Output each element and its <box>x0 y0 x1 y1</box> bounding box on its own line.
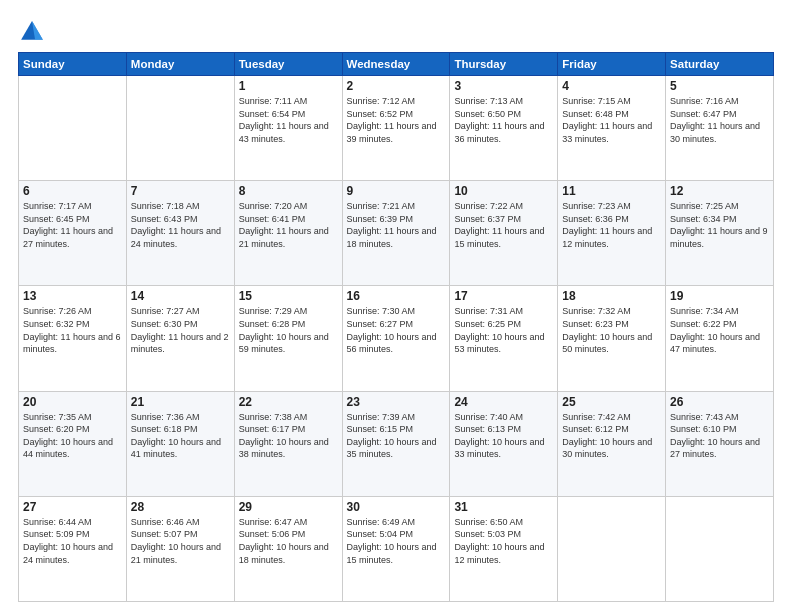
day-cell: 28Sunrise: 6:46 AMSunset: 5:07 PMDayligh… <box>126 496 234 601</box>
day-number: 23 <box>347 395 446 409</box>
week-row-2: 6Sunrise: 7:17 AMSunset: 6:45 PMDaylight… <box>19 181 774 286</box>
week-row-5: 27Sunrise: 6:44 AMSunset: 5:09 PMDayligh… <box>19 496 774 601</box>
page: SundayMondayTuesdayWednesdayThursdayFrid… <box>0 0 792 612</box>
day-cell: 26Sunrise: 7:43 AMSunset: 6:10 PMDayligh… <box>666 391 774 496</box>
day-detail: Sunrise: 6:49 AMSunset: 5:04 PMDaylight:… <box>347 516 446 566</box>
day-number: 31 <box>454 500 553 514</box>
col-header-thursday: Thursday <box>450 53 558 76</box>
col-header-friday: Friday <box>558 53 666 76</box>
day-cell: 23Sunrise: 7:39 AMSunset: 6:15 PMDayligh… <box>342 391 450 496</box>
day-detail: Sunrise: 6:44 AMSunset: 5:09 PMDaylight:… <box>23 516 122 566</box>
day-cell: 19Sunrise: 7:34 AMSunset: 6:22 PMDayligh… <box>666 286 774 391</box>
calendar-table: SundayMondayTuesdayWednesdayThursdayFrid… <box>18 52 774 602</box>
day-number: 30 <box>347 500 446 514</box>
day-number: 6 <box>23 184 122 198</box>
day-detail: Sunrise: 7:25 AMSunset: 6:34 PMDaylight:… <box>670 200 769 250</box>
day-detail: Sunrise: 7:17 AMSunset: 6:45 PMDaylight:… <box>23 200 122 250</box>
day-cell: 16Sunrise: 7:30 AMSunset: 6:27 PMDayligh… <box>342 286 450 391</box>
day-cell <box>19 76 127 181</box>
day-number: 5 <box>670 79 769 93</box>
day-cell: 12Sunrise: 7:25 AMSunset: 6:34 PMDayligh… <box>666 181 774 286</box>
day-cell: 31Sunrise: 6:50 AMSunset: 5:03 PMDayligh… <box>450 496 558 601</box>
day-number: 9 <box>347 184 446 198</box>
day-cell: 7Sunrise: 7:18 AMSunset: 6:43 PMDaylight… <box>126 181 234 286</box>
day-detail: Sunrise: 7:39 AMSunset: 6:15 PMDaylight:… <box>347 411 446 461</box>
day-detail: Sunrise: 7:12 AMSunset: 6:52 PMDaylight:… <box>347 95 446 145</box>
col-header-tuesday: Tuesday <box>234 53 342 76</box>
day-number: 27 <box>23 500 122 514</box>
day-number: 1 <box>239 79 338 93</box>
day-number: 3 <box>454 79 553 93</box>
day-detail: Sunrise: 7:13 AMSunset: 6:50 PMDaylight:… <box>454 95 553 145</box>
day-cell: 17Sunrise: 7:31 AMSunset: 6:25 PMDayligh… <box>450 286 558 391</box>
day-detail: Sunrise: 7:32 AMSunset: 6:23 PMDaylight:… <box>562 305 661 355</box>
day-cell: 27Sunrise: 6:44 AMSunset: 5:09 PMDayligh… <box>19 496 127 601</box>
day-number: 24 <box>454 395 553 409</box>
day-cell: 21Sunrise: 7:36 AMSunset: 6:18 PMDayligh… <box>126 391 234 496</box>
day-cell: 11Sunrise: 7:23 AMSunset: 6:36 PMDayligh… <box>558 181 666 286</box>
day-cell: 4Sunrise: 7:15 AMSunset: 6:48 PMDaylight… <box>558 76 666 181</box>
week-row-1: 1Sunrise: 7:11 AMSunset: 6:54 PMDaylight… <box>19 76 774 181</box>
day-number: 18 <box>562 289 661 303</box>
week-row-4: 20Sunrise: 7:35 AMSunset: 6:20 PMDayligh… <box>19 391 774 496</box>
day-detail: Sunrise: 7:21 AMSunset: 6:39 PMDaylight:… <box>347 200 446 250</box>
day-cell: 2Sunrise: 7:12 AMSunset: 6:52 PMDaylight… <box>342 76 450 181</box>
day-cell: 1Sunrise: 7:11 AMSunset: 6:54 PMDaylight… <box>234 76 342 181</box>
day-cell: 14Sunrise: 7:27 AMSunset: 6:30 PMDayligh… <box>126 286 234 391</box>
day-cell: 20Sunrise: 7:35 AMSunset: 6:20 PMDayligh… <box>19 391 127 496</box>
day-cell: 25Sunrise: 7:42 AMSunset: 6:12 PMDayligh… <box>558 391 666 496</box>
col-header-monday: Monday <box>126 53 234 76</box>
day-number: 20 <box>23 395 122 409</box>
col-header-saturday: Saturday <box>666 53 774 76</box>
day-detail: Sunrise: 7:20 AMSunset: 6:41 PMDaylight:… <box>239 200 338 250</box>
day-cell: 10Sunrise: 7:22 AMSunset: 6:37 PMDayligh… <box>450 181 558 286</box>
day-detail: Sunrise: 7:16 AMSunset: 6:47 PMDaylight:… <box>670 95 769 145</box>
day-detail: Sunrise: 7:30 AMSunset: 6:27 PMDaylight:… <box>347 305 446 355</box>
header <box>18 18 774 46</box>
day-detail: Sunrise: 6:50 AMSunset: 5:03 PMDaylight:… <box>454 516 553 566</box>
day-number: 16 <box>347 289 446 303</box>
day-detail: Sunrise: 7:29 AMSunset: 6:28 PMDaylight:… <box>239 305 338 355</box>
logo <box>18 18 50 46</box>
day-cell: 24Sunrise: 7:40 AMSunset: 6:13 PMDayligh… <box>450 391 558 496</box>
day-detail: Sunrise: 7:31 AMSunset: 6:25 PMDaylight:… <box>454 305 553 355</box>
day-detail: Sunrise: 7:38 AMSunset: 6:17 PMDaylight:… <box>239 411 338 461</box>
day-detail: Sunrise: 7:42 AMSunset: 6:12 PMDaylight:… <box>562 411 661 461</box>
day-number: 12 <box>670 184 769 198</box>
day-number: 13 <box>23 289 122 303</box>
day-cell: 5Sunrise: 7:16 AMSunset: 6:47 PMDaylight… <box>666 76 774 181</box>
day-number: 15 <box>239 289 338 303</box>
day-detail: Sunrise: 7:43 AMSunset: 6:10 PMDaylight:… <box>670 411 769 461</box>
day-detail: Sunrise: 7:23 AMSunset: 6:36 PMDaylight:… <box>562 200 661 250</box>
day-number: 17 <box>454 289 553 303</box>
day-number: 14 <box>131 289 230 303</box>
day-detail: Sunrise: 7:26 AMSunset: 6:32 PMDaylight:… <box>23 305 122 355</box>
day-cell: 6Sunrise: 7:17 AMSunset: 6:45 PMDaylight… <box>19 181 127 286</box>
day-number: 26 <box>670 395 769 409</box>
day-number: 25 <box>562 395 661 409</box>
day-cell <box>666 496 774 601</box>
day-detail: Sunrise: 7:34 AMSunset: 6:22 PMDaylight:… <box>670 305 769 355</box>
day-detail: Sunrise: 6:47 AMSunset: 5:06 PMDaylight:… <box>239 516 338 566</box>
day-cell: 15Sunrise: 7:29 AMSunset: 6:28 PMDayligh… <box>234 286 342 391</box>
day-cell: 9Sunrise: 7:21 AMSunset: 6:39 PMDaylight… <box>342 181 450 286</box>
day-cell: 3Sunrise: 7:13 AMSunset: 6:50 PMDaylight… <box>450 76 558 181</box>
day-number: 4 <box>562 79 661 93</box>
day-number: 28 <box>131 500 230 514</box>
day-number: 22 <box>239 395 338 409</box>
col-header-sunday: Sunday <box>19 53 127 76</box>
day-detail: Sunrise: 7:11 AMSunset: 6:54 PMDaylight:… <box>239 95 338 145</box>
day-detail: Sunrise: 7:22 AMSunset: 6:37 PMDaylight:… <box>454 200 553 250</box>
day-number: 21 <box>131 395 230 409</box>
day-detail: Sunrise: 7:36 AMSunset: 6:18 PMDaylight:… <box>131 411 230 461</box>
day-detail: Sunrise: 7:18 AMSunset: 6:43 PMDaylight:… <box>131 200 230 250</box>
day-detail: Sunrise: 6:46 AMSunset: 5:07 PMDaylight:… <box>131 516 230 566</box>
day-number: 7 <box>131 184 230 198</box>
col-header-wednesday: Wednesday <box>342 53 450 76</box>
day-detail: Sunrise: 7:15 AMSunset: 6:48 PMDaylight:… <box>562 95 661 145</box>
day-cell: 22Sunrise: 7:38 AMSunset: 6:17 PMDayligh… <box>234 391 342 496</box>
day-number: 29 <box>239 500 338 514</box>
calendar-header-row: SundayMondayTuesdayWednesdayThursdayFrid… <box>19 53 774 76</box>
day-detail: Sunrise: 7:35 AMSunset: 6:20 PMDaylight:… <box>23 411 122 461</box>
day-cell: 29Sunrise: 6:47 AMSunset: 5:06 PMDayligh… <box>234 496 342 601</box>
